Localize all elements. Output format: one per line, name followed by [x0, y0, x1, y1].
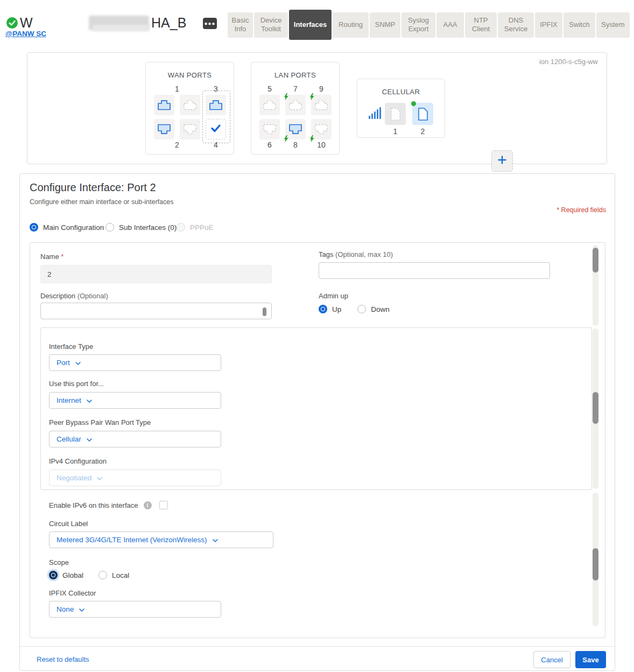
cellular-box: CELLULAR 1 2: [357, 79, 445, 138]
info-icon[interactable]: i: [144, 501, 152, 509]
tab-basic-info[interactable]: Basic Info: [228, 12, 253, 38]
tab-switch[interactable]: Switch: [563, 12, 595, 38]
ipv4-configuration-dropdown: Negotiated: [49, 470, 221, 486]
sub-interfaces-radio[interactable]: [105, 223, 114, 232]
ipfix-collector-dropdown[interactable]: None: [49, 601, 221, 618]
chevron-down-icon: [87, 396, 92, 404]
tab-ipfix[interactable]: IPFIX: [535, 12, 562, 38]
enable-ipv6-checkbox[interactable]: [159, 501, 168, 509]
wan-port-2-connector-b[interactable]: [180, 119, 200, 139]
redacted-text: [93, 25, 149, 31]
mode-main-configuration[interactable]: Main Configuration: [30, 223, 104, 232]
description-input[interactable]: [40, 303, 272, 319]
cancel-button[interactable]: Cancel: [533, 651, 570, 668]
circuit-label-label: Circuit Label: [49, 520, 88, 528]
wan-port-3-connector[interactable]: [206, 95, 226, 115]
device-name-suffix: HA_B: [151, 15, 186, 31]
device-name-prefix: W: [20, 15, 33, 31]
use-port-for-label: Use this port for...: [49, 380, 104, 388]
cellular-title: CELLULAR: [357, 88, 445, 96]
lan-ports-title: LAN PORTS: [251, 71, 339, 79]
mode-sub-interfaces[interactable]: Sub Interfaces (0): [105, 223, 177, 232]
tab-routing[interactable]: Routing: [333, 12, 369, 38]
lan-ports-box: LAN PORTS 5 7 9 6 8 10: [251, 62, 340, 155]
sim-2-label: 2: [412, 127, 433, 136]
required-fields-note: * Required fields: [556, 206, 606, 214]
device-actions-ellipsis-button[interactable]: ●●●: [203, 18, 217, 29]
reset-to-defaults-link[interactable]: Reset to defaults: [37, 655, 89, 663]
add-interface-button[interactable]: [491, 150, 513, 172]
name-input: [40, 265, 272, 283]
scope-local-label: Local: [112, 571, 129, 579]
tab-dns-service[interactable]: DNS Service: [498, 12, 534, 38]
ipv6-row: Enable IPv6 on this interface i: [49, 501, 168, 509]
scope-global-radio[interactable]: [49, 571, 58, 579]
tab-device-toolkit[interactable]: Device Toolkit: [254, 12, 288, 38]
wan-port-2-label: 2: [154, 141, 200, 149]
chevron-down-icon: [213, 536, 218, 544]
chevron-down-icon: [87, 435, 92, 443]
site-link[interactable]: @PANW SC: [5, 30, 46, 38]
save-button[interactable]: Save: [575, 651, 606, 668]
lan-port-5-connector[interactable]: [259, 95, 280, 115]
signal-bars-icon: [369, 107, 382, 121]
tags-input[interactable]: [319, 262, 550, 279]
poe-bolt-icon: [284, 93, 289, 100]
scrollbar-thumb[interactable]: [593, 392, 598, 424]
wan-port-2-connector-a[interactable]: [154, 119, 174, 139]
lan-port-6-label: 6: [259, 141, 280, 149]
scope-local-radio[interactable]: [98, 571, 107, 579]
scrollbar-track-bottom[interactable]: [593, 493, 598, 626]
ipv4-configuration-label: IPv4 Configuration: [49, 457, 107, 465]
check-icon: [210, 123, 221, 135]
footer-divider: [20, 646, 615, 647]
lan-port-5-label: 5: [259, 85, 280, 93]
tab-snmp[interactable]: SNMP: [370, 12, 400, 38]
pppoe-label: PPPoE: [190, 223, 214, 232]
use-port-for-dropdown[interactable]: Internet: [49, 392, 221, 409]
lan-port-9-label: 9: [311, 85, 332, 93]
lan-port-9-connector[interactable]: [311, 95, 332, 115]
wan-port-4-selected-tile[interactable]: [206, 119, 226, 139]
tab-ntp-client[interactable]: NTP Client: [465, 12, 497, 38]
enable-ipv6-label: Enable IPv6 on this interface: [49, 501, 138, 509]
form-subtitle: Configure either main interface or sub-i…: [30, 198, 174, 206]
admin-up-options: Up Down: [319, 305, 390, 313]
main-configuration-radio[interactable]: [30, 223, 38, 232]
ipfix-collector-label: IPFIX Collector: [49, 589, 96, 597]
circuit-label-dropdown[interactable]: Metered 3G/4G/LTE Internet (VerizonWirel…: [49, 531, 273, 548]
mode-pppoe: PPPoE: [177, 223, 214, 232]
wan-port-1-connector-a[interactable]: [154, 95, 174, 115]
chevron-down-icon: [79, 605, 84, 613]
scrollbar-thumb[interactable]: [593, 548, 598, 580]
tab-system[interactable]: System: [596, 12, 630, 38]
tab-aaa[interactable]: AAA: [436, 12, 464, 38]
resize-grip-icon[interactable]: [263, 307, 266, 316]
lan-port-10-connector[interactable]: [311, 119, 332, 139]
admin-down-radio[interactable]: [357, 305, 366, 313]
scope-label: Scope: [49, 558, 69, 566]
admin-up-option-label: Up: [332, 305, 341, 313]
tags-label: Tags (Optional, max 10): [319, 250, 393, 258]
tab-interfaces[interactable]: Interfaces: [289, 10, 332, 40]
peer-bypass-label: Peer Bypass Pair Wan Port Type: [49, 418, 151, 426]
scrollbar-thumb[interactable]: [593, 248, 598, 272]
admin-up-radio[interactable]: [319, 305, 327, 313]
lan-port-6-connector[interactable]: [259, 119, 280, 139]
sim-slot-1[interactable]: [385, 103, 406, 125]
interface-type-dropdown[interactable]: Port: [49, 354, 221, 371]
lan-port-7-connector[interactable]: [285, 95, 306, 115]
scrollbar-track-top[interactable]: [593, 245, 598, 326]
device-config-tabs: Basic Info Device Toolkit Interfaces Rou…: [228, 10, 630, 40]
port-settings-section: [40, 327, 592, 490]
peer-bypass-dropdown[interactable]: Cellular: [49, 431, 221, 447]
wan-ports-title: WAN PORTS: [146, 71, 234, 79]
lan-port-8-label: 8: [285, 141, 306, 149]
sim-slot-2[interactable]: [412, 103, 433, 125]
wan-ports-box: WAN PORTS 1 3 2 4: [145, 62, 234, 155]
scrollbar-track-middle[interactable]: [593, 328, 598, 489]
tab-syslog-export[interactable]: Syslog Export: [401, 12, 435, 38]
lan-port-10-label: 10: [311, 141, 332, 149]
wan-port-1-connector-b[interactable]: [180, 95, 200, 115]
lan-port-8-connector[interactable]: [285, 119, 306, 139]
